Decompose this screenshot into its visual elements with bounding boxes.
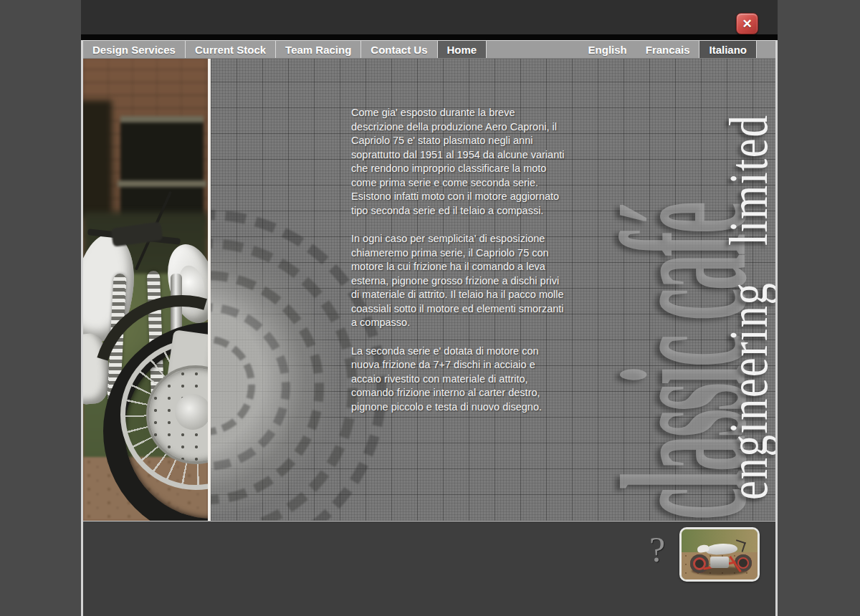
nav-item-contact-us[interactable]: Contact Us	[361, 41, 436, 58]
paragraph-3: La seconda serie e' dotata di motore con…	[351, 345, 566, 415]
close-icon[interactable]: ✕	[736, 13, 758, 34]
paragraph-1: Come gia' esposto durante la breve descr…	[351, 106, 566, 218]
racing-motorcycle-thumbnail[interactable]	[679, 527, 760, 582]
main-content: Come gia' esposto durante la breve descr…	[83, 59, 775, 521]
divider	[81, 34, 778, 40]
nav-item-design-services[interactable]: Design Services	[83, 41, 185, 58]
nav-item-current-stock[interactable]: Current Stock	[186, 41, 275, 58]
nav-spacer	[757, 41, 775, 58]
footer-bar: ?	[83, 521, 775, 616]
content-frame: Design Services Current Stock Team Racin…	[81, 40, 778, 616]
help-question-mark[interactable]: ?	[649, 529, 678, 570]
article-text: Come gia' esposto durante la breve descr…	[351, 106, 566, 428]
nav-separator	[486, 41, 487, 58]
dark-doorway	[83, 100, 112, 218]
lang-english[interactable]: English	[579, 41, 636, 58]
site-window: ✕ Design Services Current Stock Team Rac…	[81, 0, 778, 616]
wheel-hub	[175, 394, 208, 430]
title-bar: ✕	[81, 0, 778, 34]
nav-item-home[interactable]: Home	[438, 41, 487, 58]
graph-paper-panel: Come gia' esposto durante la breve descr…	[211, 59, 775, 521]
brand-subtitle-engineering-limited: engineering limited	[720, 59, 775, 500]
lang-francais[interactable]: Francais	[636, 41, 699, 58]
nav-item-team-racing[interactable]: Team Racing	[276, 41, 360, 58]
lang-italiano[interactable]: Italiano	[699, 41, 756, 58]
main-navigation: Design Services Current Stock Team Racin…	[83, 40, 775, 59]
motorcycle-front-photo	[83, 59, 208, 521]
thumb-rear-wheel	[690, 554, 709, 573]
thumb-engine	[710, 557, 729, 568]
language-switcher: English Francais Italiano	[579, 41, 775, 58]
paragraph-2: In ogni caso per semplicita' di esposizi…	[351, 232, 566, 330]
